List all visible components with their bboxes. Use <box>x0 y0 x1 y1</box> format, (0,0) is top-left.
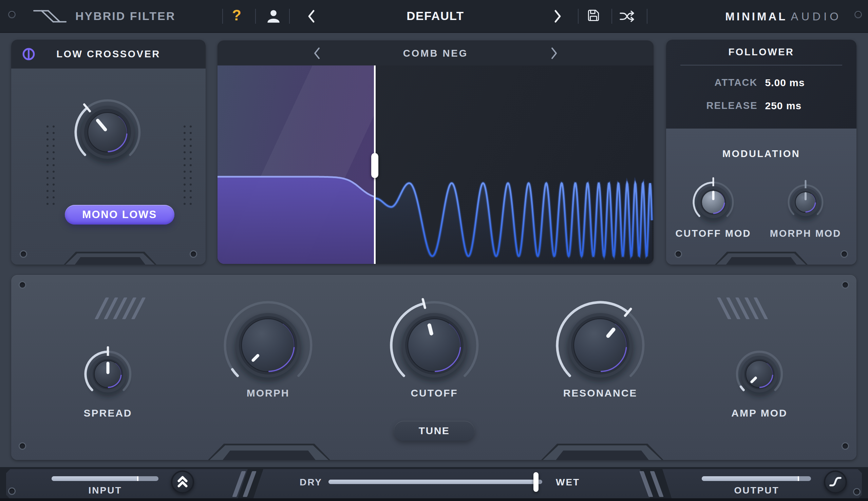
shuffle-icon <box>618 9 635 24</box>
preset-next-button[interactable] <box>553 9 562 24</box>
comb-response-curve <box>375 65 654 264</box>
preset-name[interactable]: DEFAULT <box>368 9 503 23</box>
titlebar: HYBRID FILTER ? DEFAULT <box>0 0 868 33</box>
hatch-decoration <box>644 471 659 497</box>
release-row[interactable]: RELEASE 250 ms <box>666 100 856 111</box>
save-icon <box>586 8 601 24</box>
follower-panel: FOLLOWER ATTACK 5.00 ms RELEASE 250 ms M… <box>666 40 856 265</box>
display-header: COMB NEG <box>218 40 654 65</box>
attack-value[interactable]: 5.00 ms <box>765 77 857 88</box>
dry-wet-thumb[interactable] <box>533 472 539 492</box>
screw <box>19 281 26 289</box>
dots-texture <box>183 126 192 209</box>
divider <box>255 9 256 24</box>
morph-mod-knob[interactable] <box>782 179 829 227</box>
low-band-curve <box>218 65 374 264</box>
help-button[interactable]: ? <box>232 7 241 24</box>
wet-label: WET <box>556 477 603 488</box>
panel-notch <box>715 252 808 265</box>
save-preset-button[interactable] <box>586 8 601 25</box>
brand-primary: MINIMAL <box>725 10 787 23</box>
dots-texture <box>46 126 55 209</box>
mono-lows-button[interactable]: MONO LOWS <box>65 205 174 225</box>
divider <box>647 9 647 24</box>
divider <box>222 9 223 24</box>
divider <box>578 9 579 24</box>
plugin-window: HYBRID FILTER ? DEFAULT <box>0 0 868 501</box>
divider <box>612 9 612 24</box>
divider <box>289 9 290 24</box>
filter-response-display[interactable] <box>218 65 654 264</box>
plugin-title: HYBRID FILTER <box>75 10 176 23</box>
screw <box>8 488 15 495</box>
screw <box>190 250 197 258</box>
amp-mod-label: AMP MOD <box>691 407 827 419</box>
screw <box>855 11 862 18</box>
panel-notch <box>208 444 330 460</box>
hatch-decoration <box>722 298 762 319</box>
filter-type-next-button[interactable] <box>550 46 559 61</box>
filter-type-label[interactable]: COMB NEG <box>218 48 654 59</box>
output-slider-thumb[interactable] <box>798 476 799 481</box>
screw <box>841 281 849 289</box>
input-gain-slider[interactable] <box>52 476 158 481</box>
hatch-decoration <box>237 471 252 497</box>
screw <box>853 488 860 495</box>
release-value[interactable]: 250 ms <box>765 100 857 111</box>
amp-mod-knob[interactable] <box>730 345 788 405</box>
morph-mod-label: MORPH MOD <box>755 228 856 239</box>
panel-notch <box>64 252 157 265</box>
follower-title: FOLLOWER <box>666 46 856 58</box>
modulation-title: MODULATION <box>666 148 856 159</box>
window-bottom-edge <box>0 498 868 501</box>
crossover-handle[interactable] <box>371 153 378 178</box>
brand-secondary: AUDIO <box>791 10 841 23</box>
brand-logo-icon <box>31 8 68 25</box>
brand-wordmark: MINIMALAUDIO <box>725 10 841 23</box>
dry-label: DRY <box>275 477 322 488</box>
randomize-button[interactable] <box>618 9 635 25</box>
screw <box>8 11 15 18</box>
cutoff-knob[interactable] <box>384 296 484 396</box>
output-label: OUTPUT <box>706 485 808 496</box>
tune-button[interactable]: TUNE <box>394 421 474 441</box>
saturation-button[interactable] <box>824 470 847 493</box>
low-crossover-title: LOW CROSSOVER <box>11 49 205 60</box>
follower-section: FOLLOWER ATTACK 5.00 ms RELEASE 250 ms <box>666 40 856 129</box>
io-bar: INPUT DRY WET OUTPUT <box>0 467 868 501</box>
dry-wet-slider[interactable] <box>328 480 542 484</box>
screw <box>675 250 682 258</box>
attack-row[interactable]: ATTACK 5.00 ms <box>666 77 856 88</box>
low-crossover-header: LOW CROSSOVER <box>11 40 205 68</box>
double-chevron-up-icon <box>173 472 192 491</box>
input-slider-thumb[interactable] <box>137 476 138 481</box>
screw <box>20 250 27 258</box>
hatch-decoration <box>100 298 140 319</box>
cutoff-mod-knob[interactable] <box>687 176 740 230</box>
attack-label: ATTACK <box>666 77 758 88</box>
saturation-curve-icon <box>826 472 845 491</box>
screw <box>840 250 848 258</box>
screw <box>19 442 26 450</box>
preset-prev-button[interactable] <box>307 9 316 24</box>
expand-button[interactable] <box>171 470 194 493</box>
filter-display-panel: COMB NEG <box>218 40 654 264</box>
spread-label: SPREAD <box>40 407 176 419</box>
output-gain-slider[interactable] <box>702 476 811 481</box>
user-icon <box>265 8 282 24</box>
release-label: RELEASE <box>666 100 758 111</box>
screw <box>841 442 849 450</box>
input-label: INPUT <box>54 485 156 496</box>
low-band-knob[interactable] <box>69 94 146 172</box>
spread-knob[interactable] <box>79 345 137 405</box>
resonance-knob[interactable] <box>550 296 650 396</box>
divider <box>680 65 842 65</box>
account-button[interactable] <box>265 8 282 25</box>
morph-knob[interactable] <box>218 296 318 396</box>
panel-notch <box>541 444 663 460</box>
